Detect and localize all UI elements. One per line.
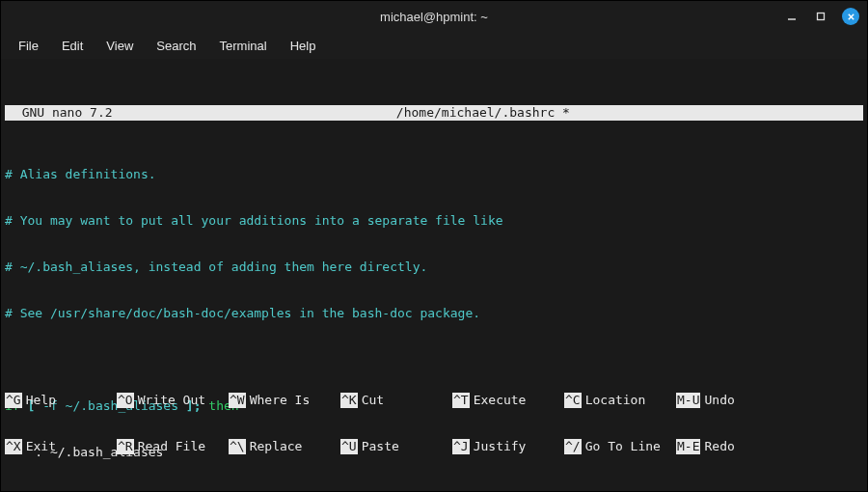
shortcut-justify: ^JJustify (452, 439, 564, 454)
titlebar: michael@hpmint: ~ (1, 1, 867, 32)
terminal-area[interactable]: GNU nano 7.2 /home/michael/.bashrc * # A… (1, 59, 867, 491)
shortcut-help: ^GHelp (5, 393, 117, 408)
shortcut-exit: ^XExit (5, 439, 117, 454)
shortcut-readfile: ^RRead File (117, 439, 229, 454)
shortcut-cut: ^KCut (340, 393, 452, 408)
shortcut-whereis: ^WWhere Is (229, 393, 340, 408)
shortcut-row: ^GHelp ^OWrite Out ^WWhere Is ^KCut ^TEx… (5, 393, 863, 408)
menu-view[interactable]: View (96, 35, 143, 57)
menu-search[interactable]: Search (147, 35, 205, 57)
nano-app-name: GNU nano 7.2 (5, 105, 115, 121)
svg-rect-1 (818, 14, 825, 20)
window-title: michael@hpmint: ~ (380, 10, 488, 24)
window-controls (784, 1, 859, 32)
menu-edit[interactable]: Edit (52, 35, 93, 57)
nano-file-name: /home/michael/.bashrc * (115, 105, 853, 121)
shortcut-location: ^CLocation (564, 393, 676, 408)
shortcut-execute: ^TExecute (452, 393, 564, 408)
shortcut-writeout: ^OWrite Out (117, 393, 229, 408)
menu-help[interactable]: Help (281, 35, 326, 57)
nano-header: GNU nano 7.2 /home/michael/.bashrc * (5, 105, 863, 121)
code-line: # Alias definitions. (5, 167, 863, 182)
nano-shortcuts: ^GHelp ^OWrite Out ^WWhere Is ^KCut ^TEx… (5, 362, 863, 485)
shortcut-undo: M-UUndo (676, 393, 759, 408)
shortcut-redo: M-ERedo (676, 439, 759, 454)
menu-terminal[interactable]: Terminal (210, 35, 277, 57)
close-button[interactable] (842, 8, 859, 25)
menubar: File Edit View Search Terminal Help (1, 32, 867, 59)
nano-header-pad (852, 105, 863, 121)
shortcut-gotoline: ^/Go To Line (564, 439, 676, 454)
shortcut-row: ^XExit ^RRead File ^\Replace ^UPaste ^JJ… (5, 439, 863, 454)
shortcut-replace: ^\Replace (229, 439, 340, 454)
shortcut-paste: ^UPaste (340, 439, 452, 454)
code-line: # You may want to put all your additions… (5, 213, 863, 229)
menu-file[interactable]: File (9, 35, 48, 57)
code-line: # ~/.bash_aliases, instead of adding the… (5, 260, 863, 275)
maximize-button[interactable] (813, 9, 828, 24)
minimize-button[interactable] (784, 9, 800, 24)
code-line: # See /usr/share/doc/bash-doc/examples i… (5, 306, 863, 321)
